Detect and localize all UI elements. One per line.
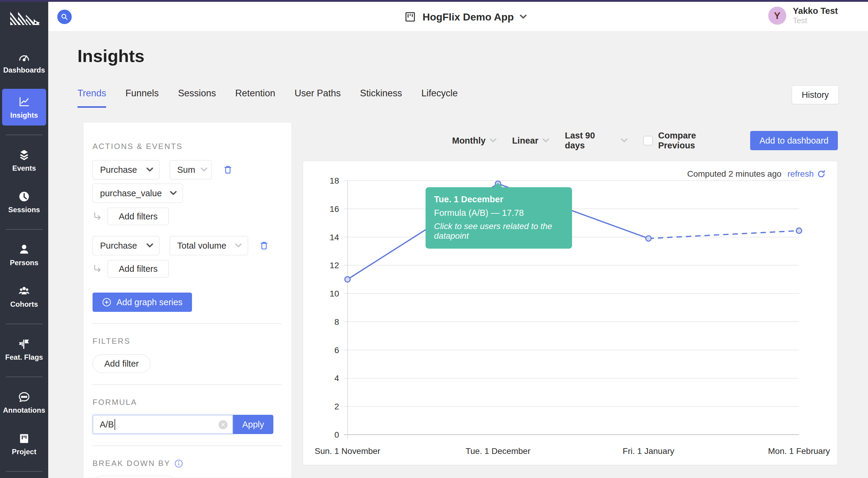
event-selector-value: Purchase	[100, 165, 137, 175]
trend-chart-card: Computed 2 minutes ago refresh 024681012…	[303, 161, 838, 465]
user-org: Test	[793, 16, 838, 25]
sidebar-item-project[interactable]: Project	[2, 429, 46, 459]
svg-text:14: 14	[330, 233, 339, 242]
sidebar-item-annotations[interactable]: Annotations	[2, 387, 46, 418]
posthog-logo[interactable]	[0, 2, 48, 32]
sidebar-item-label: Feat. Flags	[5, 353, 43, 362]
tab-funnels[interactable]: Funnels	[125, 88, 158, 108]
project-name: HogFlix Demo App	[423, 11, 514, 23]
chevron-down-icon	[147, 243, 153, 248]
sidebar-item-sessions[interactable]: Sessions	[2, 187, 46, 218]
sidebar-item-label: Sessions	[8, 206, 40, 214]
chevron-down-icon	[170, 191, 177, 195]
add-filters-button[interactable]: Add filters	[107, 208, 169, 225]
formula-value: A/B	[100, 420, 114, 430]
add-graph-series-label: Add graph series	[116, 297, 182, 307]
delete-series-button-2[interactable]	[258, 240, 270, 251]
add-to-dashboard-button[interactable]: Add to dashboard	[750, 131, 838, 150]
search-icon	[61, 13, 68, 21]
tab-retention[interactable]: Retention	[235, 88, 275, 108]
delete-series-button[interactable]	[222, 164, 234, 175]
display-value: Linear	[512, 136, 538, 146]
display-dropdown[interactable]: Linear	[512, 136, 549, 146]
search-button[interactable]	[57, 10, 72, 24]
event-selector-2[interactable]: Purchase	[93, 236, 159, 255]
nested-arrow-icon	[93, 211, 103, 222]
insight-config-panel: ACTIONS & EVENTS Purchase Sum purchase_v…	[83, 122, 292, 478]
svg-text:Sun. 1 November: Sun. 1 November	[315, 446, 380, 456]
math-selector[interactable]: Sum	[170, 160, 212, 179]
property-selector-value: purchase_value	[100, 189, 162, 198]
user-name: Yakko Test	[793, 6, 838, 16]
sidebar-item-label: Events	[12, 164, 36, 172]
sidebar: Dashboards Insights Events	[0, 2, 48, 478]
sidebar-item-events[interactable]: Events	[2, 145, 46, 176]
math-selector-value: Sum	[177, 165, 195, 175]
compare-previous-checkbox[interactable]	[643, 136, 653, 145]
chevron-down-icon	[235, 243, 242, 248]
event-selector[interactable]: Purchase	[93, 160, 159, 179]
chevron-down-icon	[542, 138, 549, 143]
date-range-dropdown[interactable]: Last 90 days	[565, 131, 627, 150]
sidebar-divider	[6, 229, 42, 230]
add-graph-series-button[interactable]: Add graph series	[93, 293, 192, 312]
tab-trends[interactable]: Trends	[78, 88, 106, 108]
speech-bubble-icon	[18, 390, 31, 404]
trash-icon	[222, 164, 234, 175]
nested-arrow-icon	[93, 263, 103, 274]
project-switcher[interactable]: HogFlix Demo App	[404, 9, 527, 25]
clear-formula-icon[interactable]: ✕	[218, 420, 227, 429]
section-divider	[93, 323, 282, 324]
project-switcher-icon	[404, 10, 416, 23]
info-icon[interactable]	[174, 459, 183, 468]
tooltip-value: Formula (A/B) — 17.78	[434, 208, 564, 218]
compare-previous-toggle[interactable]: Compare Previous	[643, 131, 735, 150]
chevron-down-icon	[201, 168, 207, 172]
add-breakdown-button[interactable]: Add breakdown	[93, 476, 177, 478]
tab-sessions[interactable]: Sessions	[178, 88, 216, 108]
svg-text:Fri. 1 January: Fri. 1 January	[623, 446, 674, 456]
sidebar-item-insights[interactable]: Insights	[2, 89, 46, 126]
interval-dropdown[interactable]: Monthly	[452, 136, 496, 146]
user-menu[interactable]: Y Yakko Test Test	[768, 6, 838, 26]
apply-formula-button[interactable]: Apply	[233, 415, 273, 434]
math-selector-2[interactable]: Total volume	[170, 236, 248, 255]
section-divider	[93, 445, 282, 446]
sidebar-nav: Dashboards Insights Events	[0, 32, 48, 478]
sidebar-item-label: Insights	[10, 111, 38, 120]
svg-text:16: 16	[330, 204, 339, 214]
datapoint-tooltip[interactable]: Tue. 1 December Formula (A/B) — 17.78 Cl…	[426, 187, 572, 249]
line-chart-icon	[18, 95, 31, 109]
sidebar-divider	[6, 135, 42, 135]
property-selector[interactable]: purchase_value	[93, 183, 183, 203]
add-filter-button[interactable]: Add filter	[93, 354, 150, 373]
tab-stickiness[interactable]: Stickiness	[360, 88, 402, 108]
avatar: Y	[768, 7, 786, 25]
section-divider	[93, 384, 282, 385]
dashboard-gauge-icon	[18, 50, 31, 64]
svg-text:12: 12	[330, 261, 339, 270]
tab-lifecycle[interactable]: Lifecycle	[421, 88, 458, 108]
formula-input[interactable]: A/B ✕	[93, 415, 233, 434]
history-button[interactable]: History	[792, 86, 839, 104]
sidebar-divider	[6, 471, 42, 472]
chevron-down-icon	[621, 138, 627, 143]
page-title: Insights	[78, 46, 144, 66]
svg-text:8: 8	[334, 317, 339, 327]
plus-circle-icon	[102, 297, 112, 307]
interval-value: Monthly	[452, 136, 486, 146]
insight-tabs: Trends Funnels Sessions Retention User P…	[78, 88, 458, 108]
posthog-logo-icon	[8, 7, 40, 27]
compare-previous-label: Compare Previous	[658, 131, 735, 150]
sidebar-item-cohorts[interactable]: Cohorts	[2, 281, 46, 312]
sidebar-item-dashboards[interactable]: Dashboards	[2, 47, 46, 78]
math-selector-value: Total volume	[177, 241, 226, 251]
text-caret	[115, 419, 115, 430]
sidebar-item-persons[interactable]: Persons	[2, 240, 46, 271]
breakdown-label-text: BREAK DOWN BY	[93, 459, 170, 468]
sidebar-divider	[6, 377, 42, 377]
formula-label: FORMULA	[93, 398, 282, 407]
add-filters-button-2[interactable]: Add filters	[107, 260, 169, 277]
tab-user-paths[interactable]: User Paths	[294, 88, 341, 108]
sidebar-item-feature-flags[interactable]: Feat. Flags	[2, 334, 46, 365]
